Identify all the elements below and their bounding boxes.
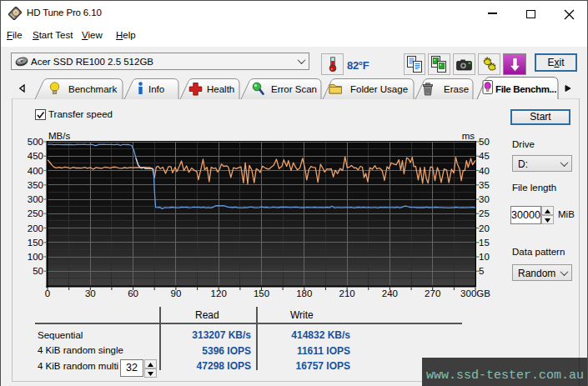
svg-text:Health: Health (207, 84, 234, 94)
svg-text:Info: Info (148, 84, 164, 94)
svg-text:File Benchm...: File Benchm... (495, 84, 556, 94)
svg-text:Folder Usage: Folder Usage (350, 84, 408, 94)
svg-text:Error Scan: Error Scan (271, 84, 317, 94)
svg-text:Benchmark: Benchmark (68, 84, 117, 94)
svg-text:Erase: Erase (444, 84, 469, 94)
